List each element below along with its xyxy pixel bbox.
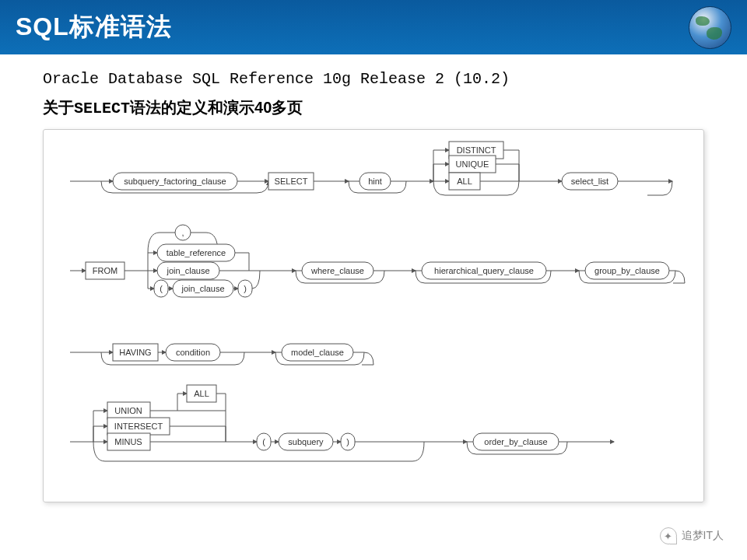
n-hint: hint: [368, 177, 382, 186]
railroad-svg: subquery_factoring_clause SELECT hint DI…: [54, 138, 693, 489]
n-orderby: order_by_clause: [484, 437, 547, 446]
n-distinct: DISTINCT: [457, 145, 496, 155]
n-select-list: select_list: [571, 177, 608, 186]
n-unique: UNIQUE: [456, 159, 489, 169]
wechat-icon: ✦: [660, 527, 677, 544]
n-model: model_clause: [291, 348, 344, 357]
n-hier: hierarchical_query_clause: [434, 266, 534, 275]
n-groupby: group_by_clause: [594, 266, 660, 275]
n-where: where_clause: [310, 266, 364, 275]
syntax-diagram: subquery_factoring_clause SELECT hint DI…: [43, 129, 704, 502]
n-from: FROM: [93, 266, 117, 275]
n-subq: subquery: [288, 437, 324, 446]
watermark-text: 追梦IT人: [682, 529, 724, 543]
subtitle: 关于SELECT语法的定义和演示40多页: [43, 97, 704, 118]
n-join2: join_clause: [181, 284, 224, 293]
n-lp2: (: [160, 284, 163, 293]
n-comma: ,: [181, 228, 184, 237]
page-title: SQL标准语法: [16, 10, 172, 44]
globe-icon: [689, 6, 731, 49]
content: Oracle Database SQL Reference 10g Releas…: [0, 54, 747, 502]
row4: UNION ALL INTERSECT MINUS: [70, 385, 614, 461]
watermark: ✦ 追梦IT人: [660, 527, 724, 544]
n-all1: ALL: [457, 177, 472, 186]
row3: HAVING condition model_clause: [70, 344, 374, 365]
header-bar: SQL标准语法: [0, 0, 747, 54]
row2: FROM , table_reference join_clause (: [70, 225, 685, 297]
n-table-ref: table_reference: [167, 248, 226, 257]
n-select: SELECT: [275, 177, 308, 186]
n-union: UNION: [114, 406, 142, 415]
n-subquery-factoring: subquery_factoring_clause: [124, 177, 226, 186]
n-cond: condition: [176, 348, 210, 357]
n-having: HAVING: [119, 348, 151, 357]
row1: subquery_factoring_clause SELECT hint DI…: [70, 142, 672, 195]
reference-line: Oracle Database SQL Reference 10g Releas…: [43, 70, 704, 88]
n-rp4: ): [346, 437, 349, 446]
n-intersect: INTERSECT: [114, 422, 163, 431]
n-rp2: ): [244, 284, 247, 293]
n-lp4: (: [262, 437, 265, 446]
n-all4: ALL: [194, 389, 209, 398]
n-join1: join_clause: [166, 266, 209, 275]
n-minus: MINUS: [114, 437, 142, 446]
